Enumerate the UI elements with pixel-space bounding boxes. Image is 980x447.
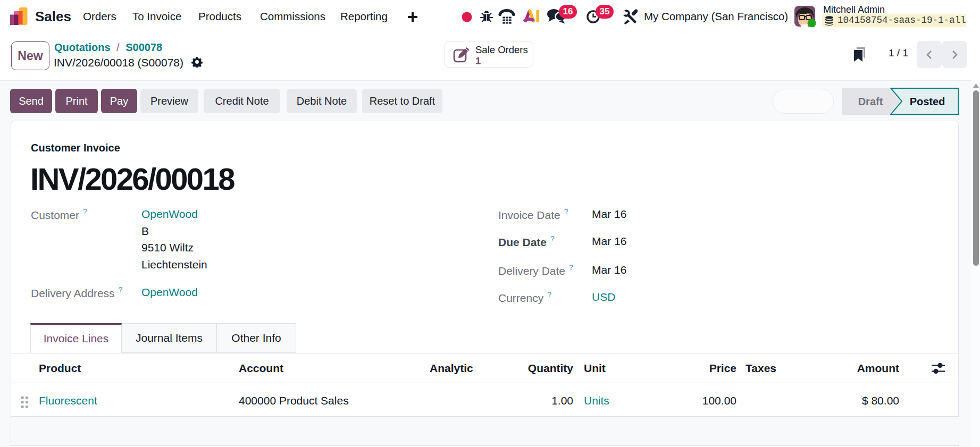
svg-text:Posted: Posted — [910, 96, 945, 107]
svg-text:Draft: Draft — [858, 96, 883, 107]
